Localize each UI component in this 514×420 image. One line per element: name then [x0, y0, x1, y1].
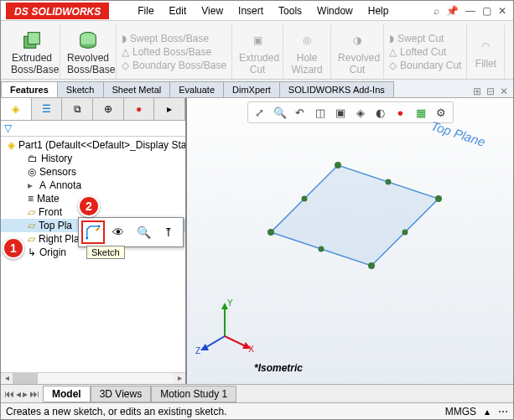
- menu-help[interactable]: Help: [361, 3, 396, 18]
- zoom-area-icon[interactable]: 🔍: [272, 104, 288, 121]
- tree-annotations[interactable]: ▸ A Annota: [1, 179, 185, 192]
- sidebar-tab-feature-tree[interactable]: ◈: [1, 98, 32, 120]
- tab-dimxpert[interactable]: DimXpert: [223, 81, 280, 97]
- status-units[interactable]: MMGS: [445, 406, 476, 417]
- tab-sketch[interactable]: Sketch: [57, 81, 104, 97]
- revolved-boss-button[interactable]: Revolved Boss/Base: [60, 24, 117, 79]
- extruded-boss-button[interactable]: Extruded Boss/Base: [4, 24, 60, 79]
- tab-prev-icon[interactable]: ◂: [16, 388, 21, 400]
- lofted-cut-label: Lofted Cut: [400, 46, 446, 58]
- search-icon[interactable]: ⌕: [434, 5, 439, 17]
- scroll-right-icon[interactable]: ▸: [174, 373, 185, 384]
- view-orientation-icon[interactable]: ▣: [332, 104, 349, 121]
- orientation-label: *Isometric: [254, 362, 303, 374]
- section-view-icon[interactable]: ◫: [312, 104, 329, 121]
- minimize-icon[interactable]: —: [465, 5, 475, 17]
- scene-icon[interactable]: ▦: [413, 104, 429, 121]
- swept-boss-button[interactable]: ◗Swept Boss/Base: [122, 33, 226, 44]
- tree-annotations-label: Annota: [49, 179, 81, 191]
- hide-show-icon[interactable]: ◐: [372, 104, 389, 121]
- doc-close-icon[interactable]: ✕: [500, 86, 508, 97]
- tree-sensors[interactable]: ◎ Sensors: [1, 165, 185, 179]
- bottom-tab-model[interactable]: Model: [43, 386, 91, 402]
- swept-boss-icon: ◗: [122, 33, 127, 44]
- maximize-icon[interactable]: ▢: [482, 5, 491, 17]
- revolved-cut-button[interactable]: ◑ Revolved Cut: [331, 24, 384, 79]
- swept-cut-button[interactable]: ◗Swept Cut: [389, 33, 461, 44]
- doc-next-icon[interactable]: ⊟: [486, 86, 495, 97]
- appearance-edit-icon[interactable]: ●: [392, 104, 409, 121]
- brand-mark: DS: [14, 6, 29, 18]
- context-sketch-button[interactable]: [81, 220, 105, 244]
- boundary-boss-button[interactable]: ◇Boundary Boss/Base: [122, 60, 226, 71]
- zoom-fit-icon[interactable]: ⤢: [252, 104, 268, 121]
- filter-icon[interactable]: ▽: [4, 122, 12, 134]
- fillet-icon: ◠: [474, 34, 497, 58]
- boundary-boss-icon: ◇: [122, 60, 129, 71]
- menu-insert[interactable]: Insert: [231, 3, 270, 18]
- menu-window[interactable]: Window: [310, 3, 360, 18]
- sidebar-scrollbar[interactable]: ◂ ▸: [1, 372, 185, 384]
- doc-prev-icon[interactable]: ⊞: [473, 86, 481, 97]
- bottom-tab-motion[interactable]: Motion Study 1: [151, 386, 236, 402]
- swept-boss-label: Swept Boss/Base: [130, 33, 209, 44]
- tab-evaluate[interactable]: Evaluate: [169, 81, 224, 97]
- tooltip-sketch: Sketch: [86, 246, 125, 259]
- tree-history[interactable]: 🗀 History: [1, 152, 185, 165]
- heads-up-toolbar: ⤢ 🔍 ↶ ◫ ▣ ◈ ◐ ● ▦ ⚙: [247, 101, 454, 123]
- context-show-button[interactable]: 👁: [106, 220, 130, 244]
- prev-view-icon[interactable]: ↶: [292, 104, 309, 121]
- tree-root[interactable]: ◈ Part1 (Default<<Default>_Display State: [1, 138, 185, 152]
- axis-z: Z: [195, 346, 200, 355]
- context-zoom-button[interactable]: 🔍: [132, 220, 155, 244]
- sidebar-tab-display[interactable]: ●: [124, 98, 155, 120]
- tab-last-icon[interactable]: ⏭: [29, 388, 39, 400]
- lofted-cut-button[interactable]: △Lofted Cut: [389, 46, 461, 58]
- pin-icon[interactable]: 📌: [446, 5, 459, 17]
- menu-tools[interactable]: Tools: [272, 3, 309, 18]
- fillet-button[interactable]: ◠ Fillet: [467, 24, 505, 79]
- orientation-triad[interactable]: Y X Z: [195, 298, 254, 357]
- scroll-left-icon[interactable]: ◂: [1, 373, 13, 384]
- top-plane-graphic[interactable]: [246, 140, 455, 283]
- menu-bar: File Edit View Insert Tools Window Help: [131, 3, 395, 18]
- svg-point-12: [386, 179, 392, 185]
- tree-material-label: Mate: [37, 193, 60, 205]
- close-icon[interactable]: ✕: [498, 5, 506, 17]
- menu-file[interactable]: File: [131, 3, 160, 18]
- context-toolbar: 👁 🔍 ⤒: [78, 217, 184, 247]
- boundary-cut-button[interactable]: ◇Boundary Cut: [389, 60, 461, 71]
- sidebar-tab-expand[interactable]: ▸: [154, 98, 185, 120]
- svg-point-13: [302, 196, 308, 202]
- tab-first-icon[interactable]: ⏮: [4, 388, 14, 400]
- graphics-viewport[interactable]: ⤢ 🔍 ↶ ◫ ▣ ◈ ◐ ● ▦ ⚙ Top Plane: [187, 98, 513, 384]
- eye-icon: 👁: [107, 220, 129, 244]
- bottom-tab-3dviews[interactable]: 3D Views: [91, 386, 151, 402]
- sidebar-tab-configuration[interactable]: ⧉: [62, 98, 93, 120]
- menu-edit[interactable]: Edit: [163, 3, 194, 18]
- tab-sheet-metal[interactable]: Sheet Metal: [103, 81, 171, 97]
- hole-wizard-button[interactable]: ◎ Hole Wizard: [283, 24, 331, 79]
- tab-features[interactable]: Features: [1, 81, 58, 97]
- sidebar-tab-property-manager[interactable]: ☰: [32, 98, 63, 120]
- sidebar-tab-dimxpert[interactable]: ⊕: [93, 98, 124, 120]
- context-normal-to-button[interactable]: ⤒: [157, 220, 180, 244]
- tree-sensors-label: Sensors: [39, 166, 76, 178]
- menu-view[interactable]: View: [195, 3, 230, 18]
- tab-next-icon[interactable]: ▸: [23, 388, 28, 400]
- config-icon: ⧉: [74, 103, 81, 115]
- expand-icon[interactable]: ▸: [28, 179, 36, 191]
- extruded-cut-button[interactable]: ▣ Extruded Cut: [232, 24, 283, 79]
- boundary-cut-label: Boundary Cut: [400, 60, 461, 71]
- tree-top-plane-label: Top Pla: [39, 220, 72, 231]
- lofted-boss-button[interactable]: △Lofted Boss/Base: [122, 46, 226, 58]
- feature-tree: ◈ Part1 (Default<<Default>_Display State…: [1, 137, 185, 372]
- chevron-up-icon[interactable]: ▴: [485, 406, 490, 417]
- status-more-icon[interactable]: ⋯: [498, 406, 508, 417]
- scroll-thumb[interactable]: [13, 373, 38, 384]
- svg-point-10: [319, 246, 324, 252]
- display-style-icon[interactable]: ◈: [352, 104, 369, 121]
- cube-icon: ◈: [12, 103, 19, 115]
- swept-cut-label: Swept Cut: [397, 33, 444, 44]
- tab-addins[interactable]: SOLIDWORKS Add-Ins: [279, 81, 394, 97]
